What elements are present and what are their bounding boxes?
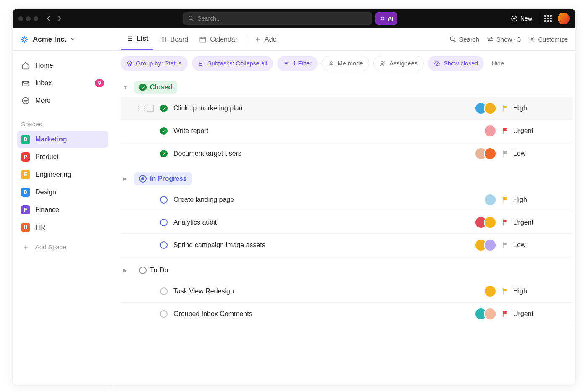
add-view-button[interactable]: Add [249,28,281,50]
assignee-avatar[interactable] [484,102,496,115]
chip-closed-label: Show closed [444,60,478,67]
status-icon[interactable] [159,287,168,296]
divider [538,14,538,23]
sidebar-space-engineering[interactable]: EEngineering [17,166,108,183]
layers-icon [126,60,133,67]
priority[interactable]: High [501,105,569,112]
svg-point-0 [189,16,192,20]
inbox-badge: 9 [95,79,104,87]
chip-assignees[interactable]: Assignees [373,56,424,71]
task-row[interactable]: ⋮⋮Task View RedesignHigh [121,280,573,303]
status-icon[interactable] [159,104,168,113]
sidebar-space-product[interactable]: PProduct [17,149,108,165]
assignees [475,102,496,115]
status-icon[interactable] [159,195,168,204]
subtasks-icon [198,60,204,67]
status-icon[interactable] [159,309,168,319]
task-row[interactable]: ⋮⋮Write reportUrgent [121,120,573,142]
assignee-avatar[interactable] [484,125,496,137]
user-avatar[interactable] [558,13,570,24]
status-icon[interactable] [159,218,168,227]
status-icon[interactable] [159,240,168,250]
sidebar-space-design[interactable]: DDesign [17,184,108,201]
search-input[interactable]: Search... [183,12,372,25]
group-caret[interactable]: ▶ [123,267,130,273]
checkbox[interactable] [147,105,154,112]
customize-button[interactable]: Customize [528,36,568,43]
tab-calendar[interactable]: Calendar [194,28,242,50]
priority[interactable]: Urgent [501,310,569,318]
forward-button[interactable] [55,14,64,23]
svg-point-11 [488,40,490,41]
group-status-pill[interactable]: To Do [134,264,173,277]
task-row[interactable]: ⋮⋮Analytics auditUrgent [121,211,573,234]
sidebar-space-marketing[interactable]: DMarketing [17,131,108,148]
workspace-switcher[interactable]: Acme Inc. [13,28,113,51]
assignee-avatar[interactable] [484,308,496,320]
ai-button[interactable]: AI [375,12,397,25]
tab-list[interactable]: List [121,28,153,50]
status-icon[interactable] [159,126,168,136]
view-tabs: List Board Calendar Add Search [113,28,575,51]
plus-circle-icon [511,15,518,22]
add-space-button[interactable]: ＋ Add Space [17,238,108,255]
plus-icon: ＋ [21,242,30,252]
chip-me-mode[interactable]: Me mode [322,56,369,71]
sidebar-space-hr[interactable]: HHR [17,219,108,236]
task-row[interactable]: ⋮⋮Spring campaign image assetsLow [121,234,573,256]
tab-board[interactable]: Board [154,28,193,50]
assignees [475,239,496,251]
task-row[interactable]: ⋮⋮Document target usersLow [121,142,573,165]
back-button[interactable] [44,14,53,23]
svg-rect-7 [160,37,166,42]
task-title: Spring campaign image assets [173,241,470,249]
chip-group-by[interactable]: Group by: Status [121,56,188,71]
nav-more[interactable]: More [17,92,108,110]
nav-inbox[interactable]: Inbox 9 [17,74,108,92]
assignees [484,285,496,298]
group-caret[interactable]: ▼ [123,84,130,90]
hide-button[interactable]: Hide [488,56,507,71]
check-circle-icon [139,84,147,91]
group-status-pill[interactable]: Closed [134,81,177,94]
priority[interactable]: High [501,287,569,295]
priority[interactable]: Urgent [501,219,569,226]
search-button[interactable]: Search [449,36,479,43]
sidebar-space-finance[interactable]: FFinance [17,201,108,218]
apps-icon[interactable] [544,15,552,22]
show-button[interactable]: Show · 5 [487,36,521,43]
new-button[interactable]: New [511,15,532,22]
chip-show-closed[interactable]: Show closed [428,56,484,71]
group-todo: ▶To Do⋮⋮Task View RedesignHigh⋮⋮Grouped … [121,261,573,325]
chip-filter[interactable]: 1 Filter [277,56,317,71]
priority[interactable]: Low [501,150,569,157]
window-controls[interactable] [18,16,38,21]
task-list: ▼Closed⋮⋮ClickUp marketing planHigh⋮⋮Wri… [113,76,575,338]
drag-handle[interactable]: ⋮⋮ [136,105,142,112]
clickup-logo-icon [20,35,29,44]
priority[interactable]: Low [501,241,569,249]
chip-subtasks[interactable]: Subtasks: Collapse all [192,56,273,71]
tab-board-label: Board [170,36,188,43]
tab-list-label: List [136,35,148,42]
hide-label: Hide [491,60,504,67]
assignee-avatar[interactable] [484,147,496,160]
task-row[interactable]: ⋮⋮ClickUp marketing planHigh [121,97,573,120]
priority[interactable]: Urgent [501,127,569,135]
group-caret[interactable]: ▶ [123,176,130,182]
nav-home[interactable]: Home [17,57,108,74]
space-label: Design [35,188,56,196]
assignee-avatar[interactable] [484,216,496,229]
task-row[interactable]: ⋮⋮Grouped Inbox CommentsUrgent [121,303,573,325]
priority-label: Low [513,241,525,249]
assignee-avatar[interactable] [484,193,496,206]
assignee-avatar[interactable] [484,285,496,298]
priority[interactable]: High [501,196,569,204]
nav-inbox-label: Inbox [35,79,52,87]
task-title: Document target users [173,150,470,157]
assignee-avatar[interactable] [484,239,496,251]
task-row[interactable]: ⋮⋮Create landing pageHigh [121,188,573,211]
gear-icon [528,36,536,43]
group-status-pill[interactable]: In Progress [134,172,192,185]
status-icon[interactable] [159,149,168,158]
